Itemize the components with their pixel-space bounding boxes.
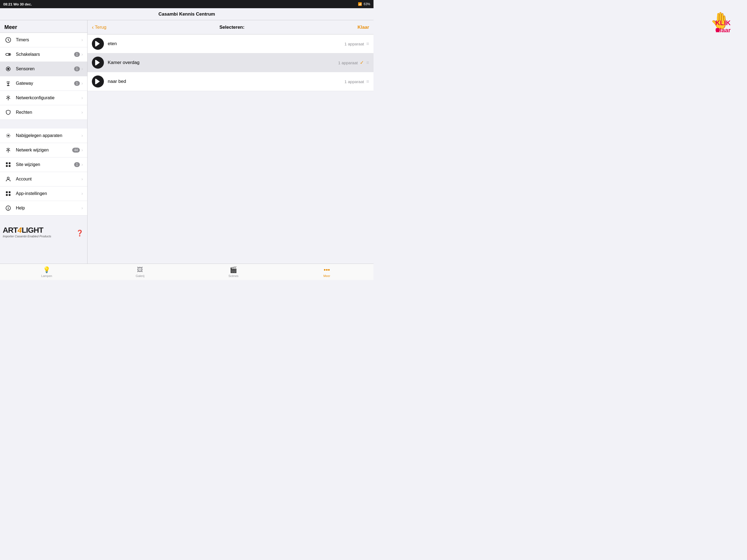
- logo-separator: [0, 215, 87, 224]
- schakelaars-chevron-icon: ›: [81, 52, 83, 57]
- svg-rect-14: [9, 192, 10, 193]
- sidebar-header: Meer: [0, 20, 87, 33]
- sidebar-item-rechten[interactable]: Rechten ›: [0, 105, 87, 120]
- tab-galerij[interactable]: 🖼 Galerij: [94, 266, 187, 278]
- switch-icon: [4, 51, 12, 58]
- checkmark-icon: ✓: [360, 59, 364, 66]
- battery-icon: 63%: [364, 2, 370, 6]
- meer-icon: •••: [324, 266, 330, 274]
- sidebar-item-site-wijzigen[interactable]: Site wijzigen 1 ›: [0, 157, 87, 172]
- sidebar-item-help[interactable]: i Help ›: [0, 201, 87, 215]
- help-circle-icon[interactable]: ❓: [76, 230, 83, 237]
- wifi-icon: 📶: [358, 2, 362, 6]
- scene-name-naar-bed: naar bed: [108, 79, 344, 84]
- logo-area: ART4LIGHT Importer Casambi Enabled Produ…: [0, 224, 87, 239]
- gateway-label: Gateway: [16, 81, 74, 86]
- nearby-icon: [4, 132, 12, 139]
- svg-rect-15: [6, 194, 8, 196]
- timers-label: Timers: [16, 37, 81, 42]
- back-button[interactable]: ‹ Terug: [92, 24, 106, 30]
- netwerk-wijzigen-badge: 44: [72, 148, 80, 153]
- site-wijzigen-label: Site wijzigen: [16, 162, 74, 167]
- app-instellingen-label: App-instellingen: [16, 191, 81, 196]
- shield-icon: [4, 108, 12, 116]
- scene-item-naar-bed[interactable]: naar bed 1 apparaat ≡: [87, 72, 374, 91]
- scene-item-eten[interactable]: eten 1 apparaat ≡: [87, 34, 374, 53]
- scene-count-naar-bed: 1 apparaat: [344, 79, 364, 84]
- scene-handle-naar-bed: ≡: [366, 79, 369, 84]
- meer-label: Meer: [324, 274, 330, 278]
- detail-pane: ‹ Terug Selecteren: Klaar eten 1 apparaa…: [87, 20, 374, 263]
- nabijgelegen-chevron-icon: ›: [81, 133, 83, 138]
- nabijgelegen-label: Nabijgelegen apparaten: [16, 133, 81, 138]
- galerij-icon: 🖼: [137, 266, 143, 274]
- main-content: Meer Timers › Schakelaars 1 › Sensoren 1: [0, 20, 374, 263]
- tab-meer[interactable]: ••• Meer: [280, 266, 374, 278]
- gateway-chevron-icon: ›: [81, 81, 83, 86]
- sensoren-badge: 1: [74, 67, 80, 71]
- scene-count-kamer-overdag: 1 apparaat: [338, 60, 358, 65]
- person-icon: [4, 175, 12, 183]
- tab-scenes[interactable]: 🎬 Scènes: [187, 266, 280, 278]
- logo-art: ART: [3, 226, 18, 234]
- tab-bar: 💡 Lampen 🖼 Galerij 🎬 Scènes ••• Meer: [0, 263, 374, 280]
- sidebar-item-app-instellingen[interactable]: App-instellingen ›: [0, 186, 87, 201]
- grid-icon: [4, 161, 12, 169]
- svg-marker-19: [96, 41, 100, 47]
- netwerkconfiguratie-label: Netwerkconfiguratie: [16, 96, 81, 100]
- netwerkconfiguratie-chevron-icon: ›: [81, 96, 83, 100]
- sensoren-label: Sensoren: [16, 67, 74, 71]
- schakelaars-label: Schakelaars: [16, 52, 74, 57]
- galerij-label: Galerij: [136, 274, 145, 278]
- svg-rect-8: [6, 162, 8, 164]
- scene-item-kamer-overdag[interactable]: Kamer overdag 1 apparaat ✓ ≡: [87, 53, 374, 72]
- scene-name-eten: eten: [108, 41, 344, 47]
- logo-four: 4: [18, 226, 22, 234]
- svg-rect-5: [7, 85, 9, 86]
- klaar-button[interactable]: Klaar: [357, 25, 369, 30]
- svg-rect-16: [9, 194, 10, 196]
- netwerk-wijzigen-chevron-icon: ›: [81, 148, 83, 153]
- svg-marker-23: [96, 79, 100, 84]
- sidebar-separator: [0, 120, 87, 128]
- sidebar-item-sensoren[interactable]: Sensoren 1 ›: [0, 62, 87, 76]
- help-label: Help: [16, 206, 81, 210]
- sidebar-item-account[interactable]: Account ›: [0, 172, 87, 186]
- sensoren-chevron-icon: ›: [81, 67, 83, 71]
- account-chevron-icon: ›: [81, 177, 83, 182]
- clock-icon: [4, 36, 12, 44]
- tab-lampen[interactable]: 💡 Lampen: [0, 266, 94, 278]
- svg-marker-21: [96, 60, 100, 65]
- site-wijzigen-chevron-icon: ›: [81, 162, 83, 167]
- detail-header: ‹ Terug Selecteren: Klaar: [87, 20, 374, 34]
- rechten-label: Rechten: [16, 110, 81, 115]
- logo-text: ART4LIGHT: [3, 226, 84, 235]
- svg-rect-20: [95, 41, 96, 47]
- sidebar-item-netwerk-wijzigen[interactable]: Netwerk wijzigen 44 ›: [0, 143, 87, 157]
- svg-point-12: [7, 177, 9, 179]
- svg-rect-11: [9, 165, 10, 167]
- logo-light: LIGHT: [22, 226, 43, 234]
- sidebar-item-nabijgelegen[interactable]: Nabijgelegen apparaten ›: [0, 128, 87, 143]
- scene-icon-naar-bed: [92, 75, 104, 87]
- app-title: Casambi Kennis Centrum: [159, 11, 215, 17]
- timers-chevron-icon: ›: [81, 37, 83, 42]
- svg-point-2: [8, 54, 10, 55]
- svg-point-6: [7, 135, 9, 136]
- svg-point-3: [7, 68, 9, 70]
- sidebar-item-netwerkconfiguratie[interactable]: Netwerkconfiguratie ›: [0, 91, 87, 105]
- lampen-icon: 💡: [43, 266, 50, 274]
- site-wijzigen-badge: 1: [74, 162, 80, 167]
- svg-rect-22: [95, 60, 96, 65]
- sidebar-item-gateway[interactable]: Gateway 1 ›: [0, 76, 87, 91]
- rechten-chevron-icon: ›: [81, 110, 83, 115]
- scene-handle-kamer-overdag: ≡: [366, 60, 369, 66]
- detail-title: Selecteren:: [106, 25, 357, 30]
- sidebar-item-schakelaars[interactable]: Schakelaars 1 ›: [0, 47, 87, 62]
- sidebar: Meer Timers › Schakelaars 1 › Sensoren 1: [0, 20, 87, 263]
- gateway-icon: [4, 80, 12, 87]
- info-icon: i: [4, 204, 12, 212]
- sidebar-item-timers[interactable]: Timers ›: [0, 33, 87, 47]
- scene-icon-eten: [92, 38, 104, 50]
- lampen-label: Lampen: [41, 274, 52, 278]
